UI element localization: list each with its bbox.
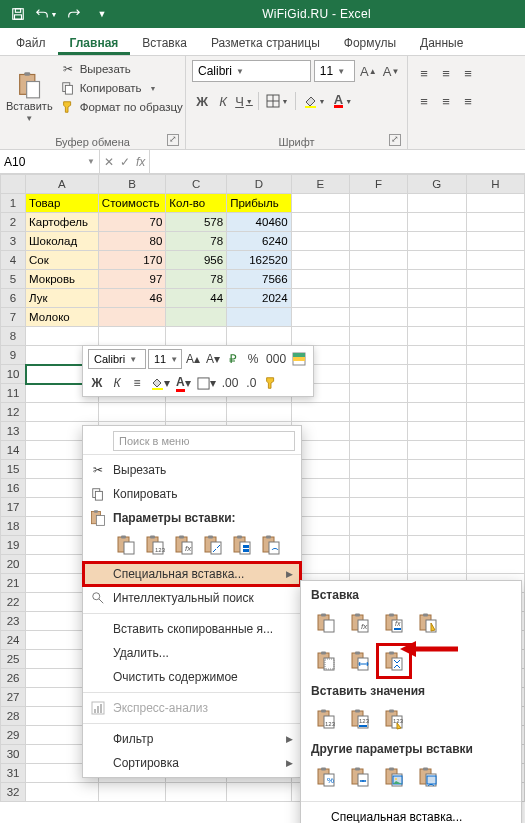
cell[interactable]: [291, 327, 349, 346]
cell[interactable]: [349, 422, 407, 441]
cell[interactable]: [466, 232, 524, 251]
cell[interactable]: Стоимость: [98, 194, 165, 213]
sub-paste-values-num-fmt[interactable]: 123: [345, 704, 375, 734]
tab-page-layout[interactable]: Разметка страницы: [199, 30, 332, 55]
align-top-icon[interactable]: ≡: [414, 62, 434, 84]
font-launcher-button[interactable]: ⤢: [389, 134, 401, 146]
row-header[interactable]: 28: [1, 707, 26, 726]
cell[interactable]: 2024: [227, 289, 291, 308]
cell[interactable]: [349, 365, 407, 384]
cell[interactable]: [408, 498, 466, 517]
cell[interactable]: [349, 555, 407, 574]
cell[interactable]: [408, 251, 466, 270]
cell[interactable]: [466, 441, 524, 460]
cell[interactable]: [26, 783, 99, 802]
col-header[interactable]: E: [291, 175, 349, 194]
cell[interactable]: [466, 384, 524, 403]
row-header[interactable]: 10: [1, 365, 26, 384]
cell[interactable]: [466, 346, 524, 365]
cell[interactable]: [408, 346, 466, 365]
cell[interactable]: Лук: [26, 289, 99, 308]
ctx-cut[interactable]: ✂Вырезать: [83, 458, 301, 482]
cell[interactable]: 78: [166, 232, 227, 251]
ctx-paste-special[interactable]: Специальная вставка...▶: [83, 562, 301, 586]
cell[interactable]: [466, 555, 524, 574]
cell[interactable]: [291, 308, 349, 327]
cell[interactable]: [408, 403, 466, 422]
sub-paste-keep-src-fmt[interactable]: [413, 608, 443, 638]
cell[interactable]: [227, 783, 291, 802]
row-header[interactable]: 19: [1, 536, 26, 555]
cell[interactable]: [166, 327, 227, 346]
align-right-icon[interactable]: ≡: [458, 90, 478, 112]
underline-button[interactable]: Ч▼: [234, 90, 254, 112]
cell[interactable]: [408, 270, 466, 289]
cell[interactable]: [98, 403, 165, 422]
cell[interactable]: [466, 194, 524, 213]
row-header[interactable]: 15: [1, 460, 26, 479]
borders-button[interactable]: ▼: [263, 90, 291, 112]
sub-paste-link[interactable]: [345, 762, 375, 792]
increase-decimal-icon[interactable]: .00: [220, 373, 241, 393]
cell[interactable]: 40460: [227, 213, 291, 232]
cell[interactable]: [349, 479, 407, 498]
cell[interactable]: [349, 308, 407, 327]
decrease-font-icon[interactable]: A▾: [204, 349, 222, 369]
fill-color-icon[interactable]: ▾: [148, 373, 172, 393]
ctx-filter[interactable]: Фильтр▶: [83, 727, 301, 751]
cell[interactable]: [349, 213, 407, 232]
row-header[interactable]: 12: [1, 403, 26, 422]
row-header[interactable]: 18: [1, 517, 26, 536]
cell[interactable]: Товар: [26, 194, 99, 213]
cell[interactable]: Сок: [26, 251, 99, 270]
row-header[interactable]: 23: [1, 612, 26, 631]
row-header[interactable]: 32: [1, 783, 26, 802]
row-header[interactable]: 3: [1, 232, 26, 251]
sub-paste-linked-picture[interactable]: [413, 762, 443, 792]
row-header[interactable]: 2: [1, 213, 26, 232]
row-header[interactable]: 7: [1, 308, 26, 327]
copy-button[interactable]: Копировать▼: [57, 79, 187, 97]
cell[interactable]: [408, 289, 466, 308]
cell[interactable]: [291, 232, 349, 251]
row-header[interactable]: 5: [1, 270, 26, 289]
fx-icon[interactable]: fx: [136, 155, 145, 169]
cell[interactable]: [227, 403, 291, 422]
cell[interactable]: [227, 327, 291, 346]
ctx-insert-copied[interactable]: Вставить скопированные я...: [83, 617, 301, 641]
cell[interactable]: 170: [98, 251, 165, 270]
cell[interactable]: 6240: [227, 232, 291, 251]
cell[interactable]: [466, 498, 524, 517]
italic-icon[interactable]: К: [108, 373, 126, 393]
tab-insert[interactable]: Вставка: [130, 30, 199, 55]
cell[interactable]: [466, 251, 524, 270]
row-header[interactable]: 21: [1, 574, 26, 593]
cell[interactable]: [291, 403, 349, 422]
sub-paste-transpose[interactable]: [379, 646, 409, 676]
align-bottom-icon[interactable]: ≡: [458, 62, 478, 84]
row-header[interactable]: 22: [1, 593, 26, 612]
name-box[interactable]: A10▼: [0, 150, 100, 173]
cell[interactable]: [466, 536, 524, 555]
cell[interactable]: Картофель: [26, 213, 99, 232]
row-header[interactable]: 31: [1, 764, 26, 783]
cell[interactable]: [349, 289, 407, 308]
bold-button[interactable]: Ж: [192, 90, 212, 112]
cell[interactable]: [466, 403, 524, 422]
sub-paste-values[interactable]: 123: [311, 704, 341, 734]
cell[interactable]: [466, 479, 524, 498]
paste-opt-link[interactable]: [258, 532, 284, 558]
sub-paste-formatting[interactable]: %: [311, 762, 341, 792]
ctx-copy[interactable]: Копировать: [83, 482, 301, 506]
sub-paste-picture[interactable]: [379, 762, 409, 792]
cell[interactable]: [408, 517, 466, 536]
undo-button[interactable]: ▼: [34, 2, 58, 26]
cell[interactable]: [349, 327, 407, 346]
cell[interactable]: 46: [98, 289, 165, 308]
ctx-sort[interactable]: Сортировка▶: [83, 751, 301, 775]
row-header[interactable]: 25: [1, 650, 26, 669]
row-header[interactable]: 20: [1, 555, 26, 574]
cell[interactable]: [408, 479, 466, 498]
row-header[interactable]: 1: [1, 194, 26, 213]
format-painter-icon[interactable]: [262, 373, 280, 393]
